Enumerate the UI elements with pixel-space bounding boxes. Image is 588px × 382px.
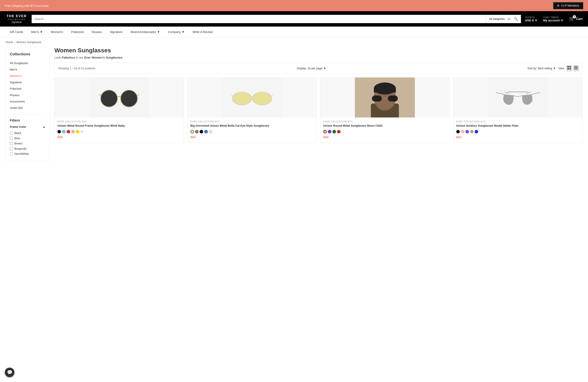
nav-item-gift-cards[interactable]: Gift Cards — [6, 27, 27, 37]
filter-checkbox-burgundy[interactable] — [10, 147, 13, 150]
sort-select[interactable]: Sort by: Best selling ▼ — [527, 67, 556, 70]
view-label: View — [558, 67, 564, 70]
sidebar-item-mens[interactable]: Men's — [10, 66, 45, 73]
search-icon-button[interactable]: 🔍 — [511, 15, 521, 23]
filter-color-blue[interactable]: Blue — [10, 136, 45, 141]
swatch-3-0[interactable] — [456, 130, 460, 134]
display-chevron-icon: ▼ — [323, 67, 326, 70]
cart-block[interactable]: 🛒 0 Cart — [569, 16, 582, 21]
nav-item-company[interactable]: Company ▼ — [164, 27, 189, 37]
filter-checkbox-brown[interactable] — [10, 142, 13, 145]
email-icon: ✉ — [557, 4, 559, 7]
product-info-0: EVER COLLECTION NYC Unisex Metal Round F… — [55, 117, 184, 143]
svg-rect-4 — [574, 66, 578, 67]
svg-point-17 — [232, 92, 252, 105]
category-select[interactable]: All categories — [486, 15, 511, 23]
toolbar-right: Sort by: Best selling ▼ View — [527, 65, 579, 71]
swatch-1-2[interactable] — [200, 130, 203, 134]
nav-item-mens[interactable]: Men's ▼ — [27, 27, 47, 37]
swatch-1-4[interactable] — [209, 130, 212, 134]
cart-icon-wrap: 🛒 0 — [569, 16, 574, 21]
brand-name-line3: Signature — [6, 21, 28, 24]
breadcrumb-home[interactable]: Home — [6, 40, 13, 44]
sidebar-item-royaux[interactable]: Royaux — [10, 92, 45, 98]
product-card-3[interactable]: EVER COLLECTION NYC Unisex Aviators Sung… — [453, 77, 583, 143]
filter-color-demi-white[interactable]: Demi/White — [10, 151, 45, 156]
product-card-0[interactable]: EVER COLLECTION NYC Unisex Metal Round F… — [54, 77, 184, 143]
search-icon: 🔍 — [514, 17, 518, 21]
sidebar-item-all-sunglasses[interactable]: All Sunglasses — [10, 60, 45, 66]
swatch-2-2[interactable] — [332, 130, 336, 134]
nav-item-brand-ambassador[interactable]: Brand Ambassador ▼ — [126, 27, 164, 37]
swatch-2-0[interactable] — [323, 130, 327, 134]
sort-chevron-icon: ▼ — [553, 67, 556, 70]
swatch-0-2[interactable] — [67, 130, 70, 134]
currency-block[interactable]: Currency USD $ ▼ — [525, 16, 538, 22]
account-block[interactable]: Login / Signup My account ▼ — [543, 16, 563, 22]
nav-item-write-review[interactable]: Write A Review — [189, 27, 217, 37]
product-name-0: Unisex Metal Round Frame Sunglasses Blin… — [57, 124, 181, 128]
swatch-0-3[interactable] — [71, 130, 75, 134]
swatch-2-3[interactable] — [337, 130, 341, 134]
list-view-button[interactable] — [573, 65, 579, 71]
currency-label: Currency — [525, 16, 535, 19]
swatch-3-2[interactable] — [465, 130, 469, 134]
swatch-1-3[interactable] — [204, 130, 208, 134]
product-price-0: $60 — [57, 135, 181, 139]
nav-item-polarized[interactable]: Polarized — [67, 27, 88, 37]
swatch-3-3[interactable] — [470, 130, 474, 134]
page-subheading: Look Fabulous in our Ever Women's Sungla… — [54, 56, 582, 59]
svg-rect-23 — [374, 89, 396, 93]
filter-color-burgundy[interactable]: Burgundy — [10, 146, 45, 151]
nav-item-signature[interactable]: Signature — [106, 27, 126, 37]
company-chevron-icon: ▼ — [182, 30, 185, 34]
swatch-3-1[interactable] — [461, 130, 464, 134]
view-icons — [567, 65, 579, 71]
currency-value[interactable]: USD $ ▼ — [525, 19, 538, 22]
sidebar-item-signature[interactable]: Signature — [10, 79, 45, 86]
nav-item-womens[interactable]: Women's — [47, 27, 67, 37]
swatch-0-0[interactable] — [57, 130, 61, 134]
mens-chevron-icon: ▼ — [40, 30, 43, 34]
search-input[interactable] — [32, 15, 486, 23]
product-card-2[interactable]: EVER COLLECTION NYC Unisex Round Metal S… — [320, 77, 450, 143]
product-image-1 — [188, 77, 316, 117]
filter-color-black[interactable]: Black — [10, 131, 45, 136]
filter-checkbox-blue[interactable] — [10, 137, 13, 140]
svg-point-11 — [101, 90, 117, 107]
svg-rect-2 — [567, 68, 569, 70]
main-nav: Gift Cards Men's ▼ Women's Polarized Roy… — [0, 27, 588, 37]
frame-color-filter-title[interactable]: Frame Color ▲ — [10, 125, 45, 129]
swatch-3-4[interactable] — [475, 130, 478, 134]
products-toolbar: Showing 1 - 24 of 41 products Display: 2… — [54, 63, 582, 74]
swatch-0-4[interactable] — [76, 130, 79, 134]
nav-item-royaux[interactable]: Royaux — [88, 27, 106, 37]
sidebar-item-accessories[interactable]: Accessories — [10, 98, 45, 105]
svg-point-12 — [121, 90, 137, 107]
product-brand-3: EVER COLLECTION NYC — [456, 120, 580, 123]
sidebar-divider — [10, 115, 45, 115]
swatch-more-0: +3 — [80, 131, 83, 133]
brand-name-line2: COLLECTION — [6, 18, 28, 21]
svg-rect-5 — [574, 68, 578, 68]
display-per-page[interactable]: Display: 24 per page ▼ — [297, 67, 326, 70]
vip-button[interactable]: ✉ V.I.P Members — [553, 2, 583, 9]
filter-color-brown[interactable]: Brown — [10, 141, 45, 146]
product-card-1[interactable]: EVER COLLECTION NYC Big Oversized Unisex… — [188, 77, 317, 143]
my-account-label[interactable]: My account ▼ — [543, 19, 563, 22]
products-grid: EVER COLLECTION NYC Unisex Metal Round F… — [54, 77, 582, 143]
filter-checkbox-black[interactable] — [10, 132, 13, 135]
filter-checkbox-demi-white[interactable] — [10, 153, 13, 155]
sidebar-item-under20[interactable]: Under $20 — [10, 105, 45, 111]
svg-rect-27 — [488, 77, 548, 117]
swatch-1-1[interactable] — [195, 130, 199, 134]
swatch-1-0[interactable] — [190, 130, 194, 134]
svg-rect-7 — [89, 77, 149, 117]
grid-view-button[interactable] — [567, 65, 572, 71]
sidebar-item-womens[interactable]: Women's — [10, 73, 45, 79]
swatch-0-1[interactable] — [62, 130, 66, 134]
sidebar-item-polarized[interactable]: Polarized — [10, 86, 45, 92]
swatch-2-1[interactable] — [328, 130, 331, 134]
logo[interactable]: THE EVER COLLECTION Signature — [6, 14, 28, 24]
breadcrumb: Home › Women Sunglasses — [0, 37, 588, 47]
